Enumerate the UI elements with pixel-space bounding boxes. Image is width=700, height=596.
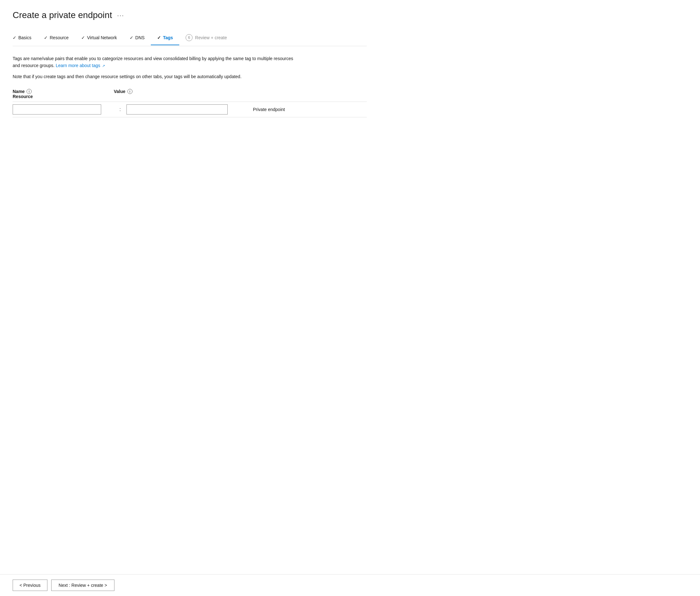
page-title: Create a private endpoint — [12, 10, 112, 20]
tab-dns-label: DNS — [135, 35, 145, 40]
check-icon-basics: ✓ — [12, 35, 17, 40]
ellipsis-button[interactable]: ··· — [116, 10, 126, 20]
check-icon-virtual-network: ✓ — [81, 35, 85, 40]
name-input-cell — [12, 104, 114, 115]
page-title-row: Create a private endpoint ··· — [12, 10, 367, 20]
value-input-cell — [127, 104, 247, 115]
tab-resource-label: Resource — [50, 35, 69, 40]
next-button[interactable]: Next : Review + create > — [51, 579, 114, 591]
colon-separator: : — [114, 107, 127, 112]
resource-cell: Private endpoint — [247, 107, 367, 112]
tab-tags[interactable]: ✓ Tags — [151, 31, 179, 45]
tab-resource[interactable]: ✓ Resource — [37, 31, 75, 45]
tabs-container: ✓ Basics ✓ Resource ✓ Virtual Network ✓ … — [12, 30, 367, 46]
column-header-value: Value i — [114, 89, 367, 94]
description-main: Tags are name/value pairs that enable yo… — [12, 55, 297, 69]
tag-value-input[interactable] — [127, 104, 228, 115]
bottom-nav: < Previous Next : Review + create > — [0, 574, 700, 596]
tag-name-input[interactable] — [12, 104, 101, 115]
table-row: : Private endpoint — [12, 102, 367, 117]
previous-button[interactable]: < Previous — [12, 579, 47, 591]
tab-review-create-label: Review + create — [195, 35, 227, 40]
note-text: Note that if you create tags and then ch… — [12, 73, 297, 80]
value-info-icon[interactable]: i — [127, 89, 132, 94]
column-header-resource: Resource — [12, 94, 114, 99]
tab-dns[interactable]: ✓ DNS — [123, 31, 151, 45]
tags-table-header: Name i Value i Resource — [12, 89, 367, 102]
tab-tags-label: Tags — [163, 35, 173, 40]
external-link-icon: ↗ — [102, 64, 105, 68]
tab-review-create[interactable]: 6 Review + create — [179, 30, 233, 46]
check-icon-dns: ✓ — [130, 35, 133, 40]
tab-review-number: 6 — [186, 34, 192, 41]
tab-basics[interactable]: ✓ Basics — [12, 31, 37, 45]
tab-virtual-network[interactable]: ✓ Virtual Network — [75, 31, 123, 45]
tab-basics-label: Basics — [18, 35, 31, 40]
learn-more-link[interactable]: Learn more about tags ↗ — [56, 63, 105, 68]
check-icon-resource: ✓ — [44, 35, 48, 40]
column-header-name: Name i — [12, 89, 114, 94]
check-icon-tags: ✓ — [157, 35, 161, 40]
tab-virtual-network-label: Virtual Network — [87, 35, 117, 40]
name-info-icon[interactable]: i — [27, 89, 32, 94]
